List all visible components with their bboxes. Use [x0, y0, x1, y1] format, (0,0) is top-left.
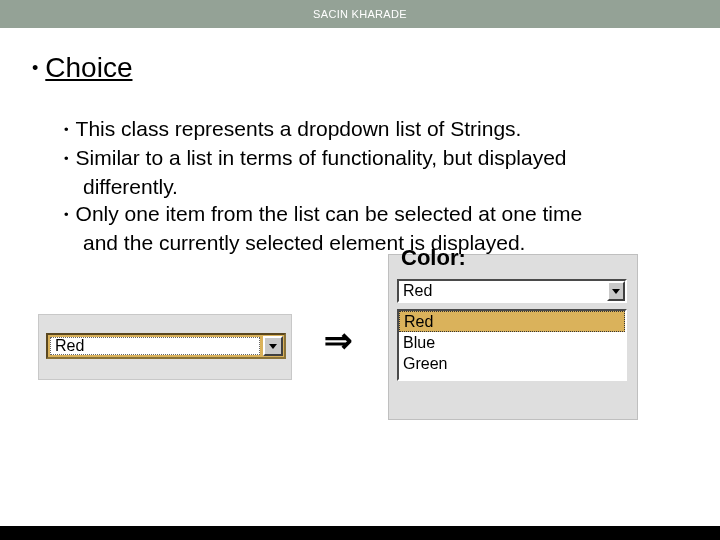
list-option-blue[interactable]: Blue	[399, 332, 625, 353]
right-choice-list[interactable]: Red Blue Green	[397, 309, 627, 381]
bullet-text-1: This class represents a dropdown list of…	[76, 116, 522, 143]
right-choice-dropdown-button[interactable]	[607, 281, 625, 301]
right-choice-value: Red	[399, 281, 607, 301]
slide-title: Choice	[45, 52, 132, 84]
header-bar: SACIN KHARADE	[0, 0, 720, 28]
left-choice-combo[interactable]: Red	[46, 333, 286, 359]
footer-bar	[0, 526, 720, 540]
chevron-down-icon	[612, 289, 620, 294]
list-item: • This class represents a dropdown list …	[64, 116, 670, 143]
right-choice-panel: Color: Red Red Blue Green	[388, 254, 638, 420]
bullet-text-2a: Similar to a list in terms of functional…	[76, 145, 567, 172]
body-block: • This class represents a dropdown list …	[64, 116, 670, 256]
list-option-red[interactable]: Red	[399, 311, 625, 332]
arrow-right-icon: ⇒	[324, 320, 352, 360]
bullet-text-2b: differently.	[83, 174, 670, 201]
author-name: SACIN KHARADE	[313, 8, 407, 20]
bullet-text-3a: Only one item from the list can be selec…	[76, 201, 583, 228]
bullet-icon: •	[64, 149, 69, 169]
left-choice-value: Red	[50, 337, 260, 355]
title-bullet: •	[32, 58, 38, 80]
list-item: • Only one item from the list can be sel…	[64, 201, 670, 228]
right-label-fragment: Color:	[401, 249, 466, 271]
left-choice-dropdown-button[interactable]	[263, 336, 283, 356]
right-choice-combo[interactable]: Red	[397, 279, 627, 303]
list-option-green[interactable]: Green	[399, 353, 625, 374]
left-choice-panel: Red	[38, 314, 292, 380]
bullet-icon: •	[64, 205, 69, 225]
bullet-icon: •	[64, 120, 69, 140]
slide-title-row: • Choice	[32, 52, 720, 84]
list-item: • Similar to a list in terms of function…	[64, 145, 670, 172]
figure-area: Red ⇒ Color: Red Red Blue Green	[0, 258, 720, 498]
chevron-down-icon	[269, 344, 277, 349]
bullet-text-3b: and the currently selected element is di…	[83, 230, 670, 257]
